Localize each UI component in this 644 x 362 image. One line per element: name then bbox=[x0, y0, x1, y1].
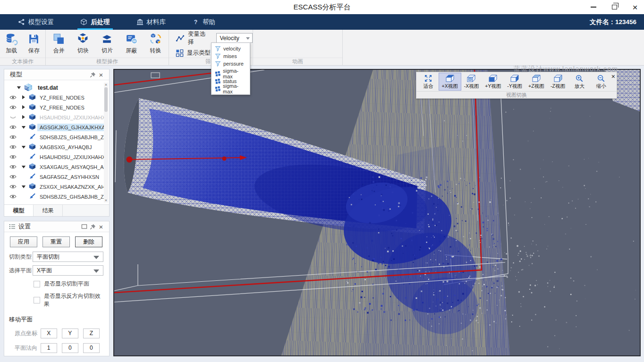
caret-right-icon[interactable] bbox=[21, 95, 26, 101]
viewport-3d[interactable]: 适合+X视图-X视图+Y视图-Y视图+Z视图-Z视图放大缩小 × 视图切换 蓝蓝… bbox=[113, 69, 641, 356]
eye-open-icon[interactable] bbox=[9, 164, 17, 169]
restore-button[interactable] bbox=[609, 2, 619, 12]
coordinate-input[interactable]: Y bbox=[62, 328, 78, 338]
显示类型-button[interactable]: 显示类型 bbox=[176, 49, 211, 57]
checkbox[interactable] bbox=[34, 297, 40, 303]
menu-item-后处理[interactable]: 后处理 bbox=[75, 14, 116, 30]
pin-icon[interactable] bbox=[88, 71, 97, 78]
caret-down-icon[interactable] bbox=[21, 184, 26, 190]
maximize-icon[interactable] bbox=[80, 223, 88, 230]
dropdown-item-label: velocity bbox=[223, 46, 241, 51]
caret-right-icon[interactable] bbox=[21, 105, 26, 110]
dropdown-item-perssure[interactable]: perssure bbox=[212, 60, 250, 67]
dropdown-item-sigma-max[interactable]: sigma-max bbox=[212, 70, 250, 77]
view-button-+X视图[interactable]: +X视图 bbox=[439, 73, 461, 90]
选择平面-select[interactable]: X平面 bbox=[33, 265, 103, 276]
tree-row[interactable]: SDHSBJZS_GHSABJHB_ZAHU bbox=[4, 192, 104, 202]
checkbox[interactable] bbox=[34, 281, 40, 287]
eye-open-icon[interactable] bbox=[9, 174, 17, 179]
minimize-button[interactable] bbox=[588, 2, 599, 12]
coordinate-input[interactable]: 0 bbox=[83, 343, 100, 353]
eye-open-icon[interactable] bbox=[9, 125, 17, 130]
屏蔽-button[interactable]: 屏蔽 bbox=[120, 33, 143, 55]
vector-icon bbox=[29, 133, 36, 141]
coordinate-input[interactable]: Z bbox=[83, 328, 100, 338]
tree-row[interactable]: XAGBSXG_AYHAQBJ bbox=[4, 142, 104, 152]
caret-down-icon[interactable] bbox=[21, 164, 26, 170]
tree-row[interactable]: HSAUHDISU_JZXIUXHAHX bbox=[4, 152, 104, 162]
variable-select-value: Velocity bbox=[220, 35, 239, 42]
scrollbar-thumb[interactable] bbox=[104, 87, 108, 112]
caret-down-icon[interactable] bbox=[21, 144, 26, 150]
viewport-3d-scene[interactable] bbox=[114, 70, 640, 355]
eye-open-icon[interactable] bbox=[9, 154, 17, 160]
view-button-label: 适合 bbox=[423, 83, 433, 90]
dropdown-item-mises[interactable]: mises bbox=[212, 52, 250, 60]
tree-row[interactable]: SDHSBJZS_GHSABJHB_ZAHU bbox=[4, 132, 104, 142]
menu-item-模型设置[interactable]: 模型设置 bbox=[12, 14, 59, 30]
view-button-放大[interactable]: 放大 bbox=[568, 73, 590, 90]
tree-scrollbar[interactable]: ▲ ▼ bbox=[104, 83, 108, 202]
tree-row[interactable]: ZSXGX_HSAKAZNZXK_AHASX bbox=[4, 182, 104, 192]
tree-row[interactable]: YZ_FREE_NODES bbox=[4, 93, 104, 102]
tree-row[interactable]: SAGFASGZ_ASYHHXSN bbox=[4, 172, 104, 182]
close-icon[interactable]: × bbox=[97, 71, 105, 78]
tree-row[interactable]: test.dat bbox=[4, 83, 104, 93]
menu-item-材料库[interactable]: 材料库 bbox=[131, 14, 172, 30]
eye-open-icon[interactable] bbox=[9, 95, 17, 100]
tree-row[interactable]: HSAUHDISU_JZXIUXHAHX bbox=[4, 112, 104, 122]
eye-open-icon[interactable] bbox=[9, 194, 17, 199]
ribbon-group-模型操作: 合并切块切片屏蔽转换模型操作 bbox=[46, 30, 169, 65]
scrollbar-up-icon[interactable]: ▲ bbox=[104, 83, 108, 86]
切片-button[interactable]: 切片 bbox=[96, 33, 118, 55]
view-button--X视图[interactable]: -X视图 bbox=[461, 73, 483, 90]
合并-button[interactable]: 合并 bbox=[48, 33, 70, 55]
tree-row[interactable]: AGSGKJKG_GJHXAJKHXA bbox=[4, 122, 104, 132]
dropdown-item-sigma-max[interactable]: sigma-max bbox=[212, 85, 250, 93]
caret-down-icon[interactable] bbox=[17, 85, 21, 91]
button-label: 屏蔽 bbox=[126, 47, 137, 55]
view-button-+Z视图[interactable]: +Z视图 bbox=[525, 73, 547, 90]
切割类型-select[interactable]: 平面切割 bbox=[33, 252, 103, 262]
caret-right-icon[interactable] bbox=[21, 115, 26, 120]
dropdown-item-velocity[interactable]: velocity bbox=[212, 45, 250, 52]
tab-模型[interactable]: 模型 bbox=[4, 205, 34, 216]
eye-open-icon[interactable] bbox=[9, 105, 17, 110]
view-button-缩小[interactable]: 缩小 bbox=[590, 73, 612, 90]
转换-button[interactable]: 转换 bbox=[144, 33, 167, 55]
加载-button[interactable]: 加载 bbox=[0, 33, 23, 55]
close-icon[interactable]: × bbox=[97, 223, 105, 230]
close-button[interactable]: × bbox=[630, 2, 640, 12]
cube-+X视图-icon bbox=[445, 74, 455, 83]
variable-select[interactable]: Velocity bbox=[216, 33, 253, 43]
eye-open-icon[interactable] bbox=[9, 135, 17, 140]
coordinate-input[interactable]: X bbox=[41, 328, 57, 338]
view-button-+Y视图[interactable]: +Y视图 bbox=[482, 73, 504, 90]
删除-button[interactable]: 删除 bbox=[75, 236, 102, 247]
eye-closed-icon[interactable] bbox=[9, 115, 17, 120]
scrollbar-down-icon[interactable]: ▼ bbox=[104, 199, 108, 202]
view-button--Y视图[interactable]: -Y视图 bbox=[504, 73, 525, 90]
zoom-out-icon bbox=[596, 74, 606, 83]
coordinate-input[interactable]: 1 bbox=[41, 343, 57, 353]
cube-+Y视图-icon bbox=[488, 74, 498, 83]
tree-row[interactable]: XSAXGAUS_AISYAQSH_ASHX bbox=[4, 162, 104, 172]
切块-button[interactable]: 切块 bbox=[72, 33, 94, 55]
close-icon[interactable]: × bbox=[611, 73, 615, 80]
tree-row[interactable]: YZ_FREE_NODES bbox=[4, 102, 104, 112]
coordinate-input[interactable]: 0 bbox=[62, 343, 78, 353]
重置-button[interactable]: 重置 bbox=[42, 236, 70, 247]
eye-open-icon[interactable] bbox=[9, 184, 17, 189]
pin-icon[interactable] bbox=[88, 223, 97, 230]
menu-item-帮助[interactable]: ?帮助 bbox=[186, 14, 221, 30]
eye-open-icon[interactable] bbox=[9, 144, 17, 150]
应用-button[interactable]: 应用 bbox=[10, 236, 37, 247]
menu-item-label: 材料库 bbox=[147, 18, 166, 26]
caret-down-icon[interactable] bbox=[21, 125, 26, 130]
保存-button[interactable]: 保存 bbox=[23, 33, 45, 55]
view-button--Z视图[interactable]: -Z视图 bbox=[547, 73, 569, 90]
tab-结果[interactable]: 结果 bbox=[34, 205, 63, 216]
view-button-适合[interactable]: 适合 bbox=[417, 73, 439, 90]
变量选择-button[interactable]: 变量选择 bbox=[176, 30, 211, 46]
ribbon-group-文本操作: 加载保存文本操作 bbox=[0, 30, 46, 65]
